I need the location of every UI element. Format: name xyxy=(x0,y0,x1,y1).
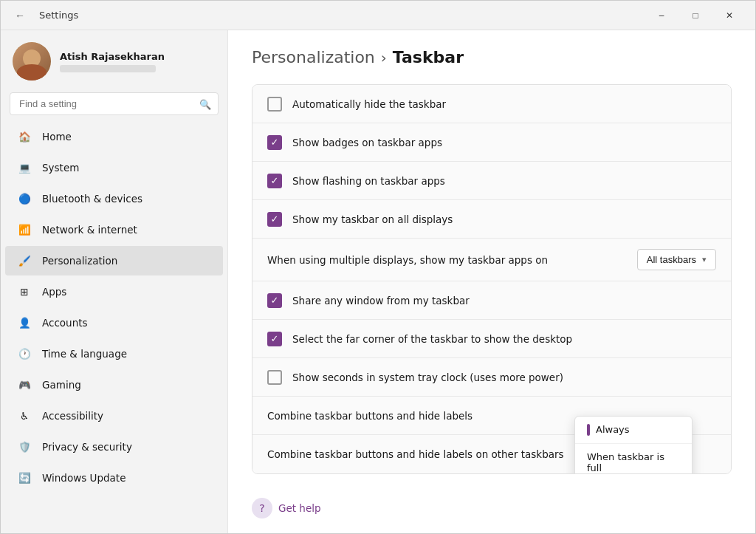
network-icon: 📶 xyxy=(17,222,32,237)
titlebar: ← Settings – □ ✕ xyxy=(1,1,755,30)
sidebar-item-label: Network & internet xyxy=(42,224,137,236)
combine-other-label: Combine taskbar buttons and hide labels … xyxy=(267,448,564,460)
search-icon: 🔍 xyxy=(199,98,211,109)
sidebar-item-label: Home xyxy=(42,131,72,143)
sidebar-item-network[interactable]: 📶 Network & internet xyxy=(5,215,223,244)
multiple-displays-dropdown[interactable]: All taskbars ▾ xyxy=(637,249,716,270)
show-all-displays-label: Show my taskbar on all displays xyxy=(292,213,453,225)
sidebar-item-label: Time & language xyxy=(42,348,127,360)
titlebar-controls: – □ ✕ xyxy=(645,1,746,30)
home-icon: 🏠 xyxy=(17,129,32,144)
sidebar-item-apps[interactable]: ⊞ Apps xyxy=(5,277,223,307)
avatar xyxy=(13,42,51,81)
search-input[interactable] xyxy=(10,92,219,115)
setting-combine-taskbar: Combine taskbar buttons and hide labels … xyxy=(252,397,731,435)
time-icon: 🕐 xyxy=(17,346,32,361)
show-flashing-checkbox[interactable] xyxy=(267,174,282,188)
sidebar-item-bluetooth[interactable]: 🔵 Bluetooth & devices xyxy=(5,184,223,213)
get-help-link[interactable]: Get help xyxy=(278,502,321,514)
page-header: Personalization › Taskbar xyxy=(252,48,732,66)
chevron-down-icon: ▾ xyxy=(702,255,707,264)
setting-left: Show my taskbar on all displays xyxy=(267,212,453,227)
settings-list: Automatically hide the taskbar Show badg… xyxy=(252,84,732,474)
setting-show-badges: Show badges on taskbar apps xyxy=(252,123,731,162)
sidebar-item-gaming[interactable]: 🎮 Gaming xyxy=(5,370,223,400)
setting-left: Show flashing on taskbar apps xyxy=(267,174,445,188)
share-window-label: Share any window from my taskbar xyxy=(292,295,470,307)
dropdown-value: All taskbars xyxy=(647,254,696,265)
accounts-icon: 👤 xyxy=(17,315,32,330)
sidebar-item-accessibility[interactable]: ♿ Accessibility xyxy=(5,401,223,431)
bluetooth-icon: 🔵 xyxy=(17,191,32,206)
show-flashing-label: Show flashing on taskbar apps xyxy=(292,175,445,187)
combine-dropdown-popup: Always When taskbar is full Never xyxy=(574,416,693,475)
settings-window: ← Settings – □ ✕ Atish Rajasekharan � xyxy=(0,0,756,534)
window-title: Settings xyxy=(39,10,78,21)
sidebar: Atish Rajasekharan 🔍 🏠 Home 💻 System 🔵 B… xyxy=(1,30,228,533)
sidebar-item-label: Accessibility xyxy=(42,410,103,422)
sidebar-item-update[interactable]: 🔄 Windows Update xyxy=(5,463,223,493)
user-profile: Atish Rajasekharan xyxy=(1,30,227,89)
setting-far-corner: Select the far corner of the taskbar to … xyxy=(252,320,731,358)
setting-show-all-displays: Show my taskbar on all displays xyxy=(252,200,731,239)
help-icon: ? xyxy=(252,498,272,518)
option-indicator xyxy=(587,424,590,436)
sidebar-item-system[interactable]: 💻 System xyxy=(5,153,223,182)
show-badges-checkbox[interactable] xyxy=(267,135,282,150)
option-label: Always xyxy=(596,424,630,435)
main-content: Personalization › Taskbar Automatically … xyxy=(228,30,755,533)
close-button[interactable]: ✕ xyxy=(712,1,746,30)
user-info: Atish Rajasekharan xyxy=(60,51,165,72)
system-icon: 💻 xyxy=(17,160,32,175)
setting-show-flashing: Show flashing on taskbar apps xyxy=(252,162,731,200)
setting-left: Share any window from my taskbar xyxy=(267,293,470,308)
user-email xyxy=(60,65,156,72)
apps-icon: ⊞ xyxy=(17,284,32,299)
breadcrumb-separator: › xyxy=(381,49,387,66)
sidebar-item-label: Gaming xyxy=(42,379,81,391)
far-corner-checkbox[interactable] xyxy=(267,332,282,346)
multiple-displays-label: When using multiple displays, show my ta… xyxy=(267,254,548,266)
sidebar-item-label: Personalization xyxy=(42,255,117,267)
show-seconds-checkbox[interactable] xyxy=(267,370,282,385)
breadcrumb-parent: Personalization xyxy=(252,48,375,66)
setting-show-seconds: Show seconds in system tray clock (uses … xyxy=(252,358,731,397)
back-button[interactable]: ← xyxy=(10,5,30,26)
maximize-button[interactable]: □ xyxy=(678,1,712,30)
user-name: Atish Rajasekharan xyxy=(60,51,165,62)
sidebar-item-time[interactable]: 🕐 Time & language xyxy=(5,339,223,369)
accessibility-icon: ♿ xyxy=(17,408,32,423)
search-box: 🔍 xyxy=(10,92,219,115)
update-icon: 🔄 xyxy=(17,470,32,485)
footer-section: ? Get help xyxy=(252,489,732,527)
auto-hide-label: Automatically hide the taskbar xyxy=(292,98,446,110)
sidebar-item-privacy[interactable]: 🛡️ Privacy & security xyxy=(5,432,223,462)
sidebar-item-label: Bluetooth & devices xyxy=(42,193,142,205)
main-layout: Atish Rajasekharan 🔍 🏠 Home 💻 System 🔵 B… xyxy=(1,30,755,533)
setting-auto-hide: Automatically hide the taskbar xyxy=(252,85,731,123)
sidebar-item-label: Accounts xyxy=(42,317,88,329)
sidebar-item-label: Privacy & security xyxy=(42,441,132,453)
sidebar-item-label: System xyxy=(42,162,79,174)
personalization-icon: 🖌️ xyxy=(17,253,32,268)
far-corner-label: Select the far corner of the taskbar to … xyxy=(292,333,572,345)
show-all-displays-checkbox[interactable] xyxy=(267,212,282,227)
titlebar-left: ← Settings xyxy=(10,5,78,26)
sidebar-item-personalization[interactable]: 🖌️ Personalization xyxy=(5,246,223,275)
setting-multiple-displays: When using multiple displays, show my ta… xyxy=(252,239,731,281)
option-when-full[interactable]: When taskbar is full xyxy=(575,444,692,475)
minimize-button[interactable]: – xyxy=(645,1,678,30)
option-label: When taskbar is full xyxy=(587,451,680,473)
auto-hide-checkbox[interactable] xyxy=(267,97,282,112)
privacy-icon: 🛡️ xyxy=(17,439,32,454)
sidebar-item-label: Windows Update xyxy=(42,472,126,484)
sidebar-item-label: Apps xyxy=(42,286,66,298)
gaming-icon: 🎮 xyxy=(17,377,32,392)
setting-left: Show seconds in system tray clock (uses … xyxy=(267,370,563,385)
option-always[interactable]: Always xyxy=(575,417,692,444)
share-window-checkbox[interactable] xyxy=(267,293,282,308)
sidebar-item-home[interactable]: 🏠 Home xyxy=(5,122,223,151)
setting-share-window: Share any window from my taskbar xyxy=(252,281,731,320)
sidebar-item-accounts[interactable]: 👤 Accounts xyxy=(5,308,223,338)
show-badges-label: Show badges on taskbar apps xyxy=(292,137,442,148)
